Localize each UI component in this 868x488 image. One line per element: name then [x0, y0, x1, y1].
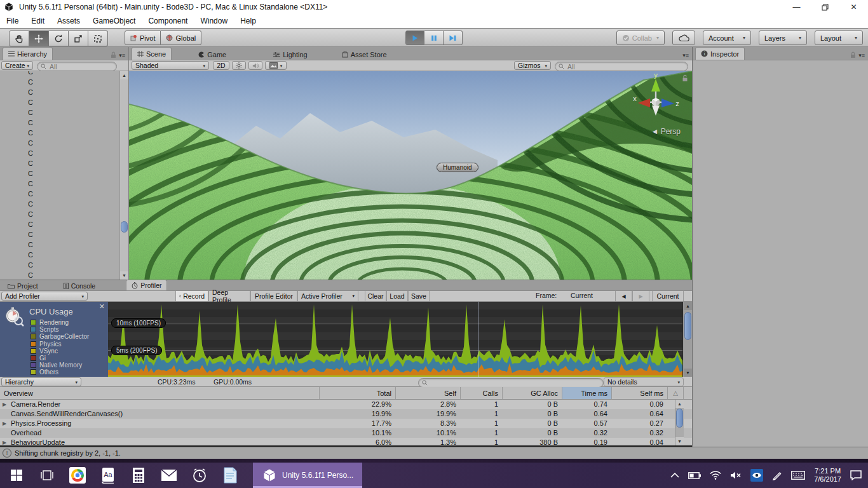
touch-keyboard-icon[interactable]: [791, 471, 805, 480]
panel-menu-icon[interactable]: ▾≡: [119, 52, 125, 58]
tray-expand-chevron[interactable]: [670, 473, 679, 478]
start-button[interactable]: [1, 463, 32, 488]
y-axis-cone[interactable]: [651, 79, 660, 92]
pen-input-icon[interactable]: [772, 470, 782, 480]
scene-viewport[interactable]: Humanoid y x z ◄ Persp: [129, 71, 692, 280]
panel-menu-icon[interactable]: ▾≡: [682, 52, 689, 58]
chart-scrollbar[interactable]: ▲▼: [683, 302, 692, 377]
record-toggle-button[interactable]: Record: [175, 291, 208, 301]
legend-item[interactable]: Others: [31, 369, 89, 376]
scene-search-input[interactable]: [566, 62, 684, 71]
hierarchy-item[interactable]: C: [0, 240, 119, 250]
profile-editor-button[interactable]: Profile Editor: [250, 291, 297, 301]
pause-button[interactable]: [424, 30, 444, 45]
expand-arrow-icon[interactable]: ▶: [3, 438, 9, 445]
neg-y-axis-cone[interactable]: [652, 105, 660, 116]
expand-arrow-icon[interactable]: ▶: [3, 419, 9, 428]
lock-icon[interactable]: [682, 74, 688, 82]
tab-profiler[interactable]: Profiler: [126, 280, 167, 290]
profiler-table-row[interactable]: Overhead10.1%10.1%10 B0.320.32: [0, 428, 692, 438]
tray-eye-app-icon[interactable]: [750, 469, 763, 482]
legend-item[interactable]: Scripts: [31, 326, 89, 333]
taskbar-notepad-icon[interactable]: [215, 463, 245, 488]
panel-menu-icon[interactable]: ▾≡: [858, 52, 865, 58]
menu-gameobject[interactable]: GameObject: [86, 17, 142, 25]
add-profiler-dropdown[interactable]: Add Profiler▾: [1, 292, 88, 301]
legend-item[interactable]: Native Memory: [31, 362, 89, 369]
clear-button[interactable]: Clear: [365, 291, 386, 301]
hierarchy-item[interactable]: C: [0, 179, 119, 189]
legend-color-chip[interactable]: [31, 327, 36, 332]
row-function-name[interactable]: Overhead: [0, 428, 319, 438]
profiler-table-row[interactable]: ▶Physics.Processing17.7%8.3%10 B0.570.27: [0, 419, 692, 428]
tab-scene[interactable]: Scene: [132, 47, 172, 60]
scene-lighting-toggle[interactable]: [232, 61, 246, 70]
taskbar-dictionary-icon[interactable]: Aa: [93, 463, 123, 488]
global-toggle-button[interactable]: Global: [161, 30, 201, 45]
hierarchy-item[interactable]: C: [0, 107, 119, 118]
scale-tool-button[interactable]: [69, 30, 88, 46]
tab-project[interactable]: Project: [3, 281, 43, 290]
scene-orientation-gizmo[interactable]: y x z: [632, 74, 679, 121]
hierarchy-search-input[interactable]: [48, 62, 113, 71]
profiler-table-row[interactable]: ▶Camera.Render22.9%2.8%10 B0.740.09: [0, 400, 692, 409]
details-dropdown[interactable]: No details▾: [604, 377, 684, 386]
column-self[interactable]: Self: [395, 387, 460, 399]
move-tool-button[interactable]: [29, 30, 49, 46]
hierarchy-item[interactable]: C: [0, 71, 119, 77]
legend-color-chip[interactable]: [31, 334, 36, 339]
status-bar[interactable]: ! Shifting chunk registry by 2, -1, -1.: [0, 447, 868, 459]
menu-window[interactable]: Window: [194, 17, 234, 25]
play-button[interactable]: [405, 30, 424, 45]
row-function-name[interactable]: ▶Camera.Render: [0, 400, 319, 409]
column-gc-alloc[interactable]: GC Alloc: [502, 387, 562, 399]
rotate-tool-button[interactable]: [49, 30, 69, 46]
tab-game[interactable]: Game: [193, 49, 231, 60]
profiler-search-input[interactable]: [430, 379, 600, 388]
task-view-button[interactable]: [32, 463, 62, 488]
lock-icon[interactable]: [850, 51, 856, 58]
hierarchy-item[interactable]: C: [0, 168, 119, 179]
gizmos-dropdown[interactable]: Gizmos▾: [514, 61, 551, 70]
load-button[interactable]: Load: [386, 291, 408, 301]
cloud-button[interactable]: [672, 30, 695, 45]
table-scrollbar[interactable]: ▲▼: [675, 400, 684, 445]
row-function-name[interactable]: ▶BehaviourUpdate: [0, 438, 319, 445]
row-function-name[interactable]: Canvas.SendWillRenderCanvases(): [0, 409, 319, 419]
taskbar-clock[interactable]: 7:21 PM 7/6/2017: [814, 467, 841, 484]
close-icon[interactable]: ✕: [99, 302, 105, 311]
profiler-table-row[interactable]: Canvas.SendWillRenderCanvases()19.9%19.9…: [0, 409, 692, 419]
menu-file[interactable]: File: [0, 17, 25, 25]
hierarchy-item[interactable]: C: [0, 250, 119, 260]
legend-item[interactable]: GarbageCollector: [31, 333, 89, 340]
tab-console[interactable]: Console: [58, 281, 101, 290]
hierarchy-item[interactable]: C: [0, 128, 119, 138]
hierarchy-item[interactable]: C: [0, 209, 119, 219]
save-button[interactable]: Save: [408, 291, 430, 301]
scene-effects-dropdown[interactable]: ▾: [265, 61, 287, 70]
taskbar-chrome-icon[interactable]: [62, 463, 93, 488]
perspective-mode-label[interactable]: ◄ Persp: [651, 127, 681, 136]
hierarchy-item[interactable]: C: [0, 229, 119, 240]
lock-icon[interactable]: [111, 51, 116, 58]
scene-search[interactable]: [555, 62, 688, 71]
battery-icon[interactable]: [688, 472, 701, 479]
tab-asset-store[interactable]: Asset Store: [337, 49, 392, 60]
column-self-ms[interactable]: Self ms: [611, 387, 667, 399]
minimize-button[interactable]: —: [782, 0, 811, 14]
z-axis-cone[interactable]: [661, 98, 674, 107]
close-button[interactable]: ✕: [839, 0, 868, 14]
prev-frame-button[interactable]: ◀: [615, 291, 632, 301]
legend-item[interactable]: Physics: [31, 341, 89, 348]
column-time-ms[interactable]: Time ms: [562, 387, 611, 399]
legend-color-chip[interactable]: [31, 362, 36, 368]
hierarchy-item[interactable]: C: [0, 118, 119, 128]
cpu-usage-module[interactable]: CPU Usage ✕ RenderingScriptsGarbageColle…: [0, 302, 108, 377]
legend-color-chip[interactable]: [31, 355, 36, 361]
legend-item[interactable]: Rendering: [31, 319, 89, 326]
scene-audio-toggle[interactable]: [248, 61, 262, 70]
active-profiler-dropdown[interactable]: Active Profiler▾: [297, 291, 358, 301]
create-dropdown[interactable]: Create▾: [1, 61, 33, 70]
hierarchy-item[interactable]: C: [0, 148, 119, 158]
view-mode-dropdown[interactable]: Hierarchy▾: [1, 377, 81, 386]
